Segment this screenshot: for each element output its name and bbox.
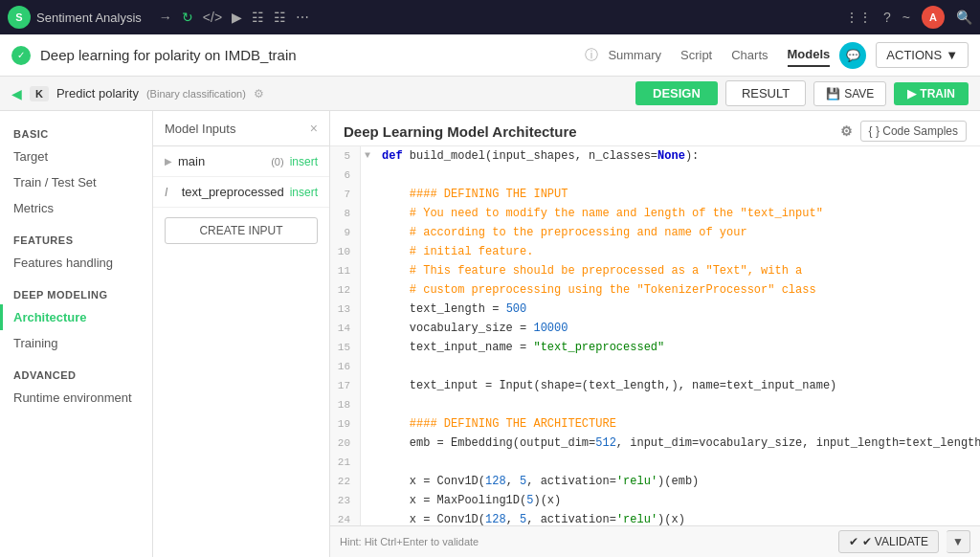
code-editor: Deep Learning Model Architecture ⚙ { } C… [330,111,980,557]
save-icon: 💾 [826,87,840,100]
comment-button[interactable]: 💬 [839,42,866,69]
info-icon[interactable]: ⓘ [585,47,598,64]
second-bar-tabs: Summary Script Charts Models [608,43,830,67]
model-inputs-panel: Model Inputs × ▶ main (0) insert I text_… [153,111,330,557]
actions-button[interactable]: ACTIONS ▼ [876,42,969,68]
actions-label: ACTIONS [886,48,942,62]
help-icon[interactable]: ? [883,10,891,25]
code-line-10: 10 # initial feature. [330,242,980,261]
k-badge: K [30,86,49,101]
section-title-deep-modeling: DEEP MODELING [0,283,152,304]
validate-label: ✔ VALIDATE [862,535,929,548]
code-line-15: 15 text_input_name = "text_preprocessed" [330,338,980,357]
code-line-11: 11 # This feature should be preprocessed… [330,261,980,280]
code-bottom-bar: Hint: Hit Ctrl+Enter to validate ✔ ✔ VAL… [330,525,980,557]
model-inputs-title: Model Inputs [165,122,235,136]
app-name: Sentiment Analysis [36,11,142,25]
sidebar-item-target[interactable]: Target [0,144,152,169]
validate-dropdown-button[interactable]: ▼ [947,530,970,553]
code-line-12: 12 # custom preprocessing using the "Tok… [330,280,980,300]
sidebar: BASIC Target Train / Test Set Metrics FE… [0,111,153,557]
sidebar-item-runtime[interactable]: Runtime environment [0,385,152,411]
code-line-23: 23 x = MaxPooling1D(5)(x) [330,491,980,510]
sidebar-item-training[interactable]: Training [0,330,152,356]
train-label: TRAIN [920,87,955,100]
code-line-8: 8 # You need to modify the name and leng… [330,204,980,223]
project-title: Deep learning for polarity on IMDB_train [40,47,575,63]
sidebar-item-train-test[interactable]: Train / Test Set [0,169,152,195]
code-line-20: 20 emb = Embedding(output_dim=512, input… [330,434,980,453]
main-content: BASIC Target Train / Test Set Metrics FE… [0,111,980,557]
back-icon[interactable]: ◀ [11,86,22,101]
editor-title: Deep Learning Model Architecture [344,123,577,140]
design-button[interactable]: DESIGN [635,81,718,105]
code-line-16: 16 [330,357,980,376]
sidebar-item-architecture[interactable]: Architecture [0,304,152,330]
flow-icon[interactable]: → [159,10,172,25]
section-title-features: FEATURES [0,229,152,250]
apps-icon[interactable]: ⋮⋮ [845,10,872,25]
flow-icon-second: ✓ [11,46,31,65]
app-icon: S [8,6,31,29]
sidebar-section-deep-modeling: DEEP MODELING Architecture Training [0,283,152,356]
model-input-text: I text_preprocessed insert [153,177,329,208]
train-button[interactable]: ▶ TRAIN [894,82,969,105]
code-line-21: 21 [330,453,980,472]
main-insert-button[interactable]: insert [290,155,318,168]
italic-icon: I [165,186,176,199]
create-input-button[interactable]: CREATE INPUT [165,217,318,244]
code-line-14: 14 vocabulary_size = 10000 [330,319,980,338]
report-icon[interactable]: ☷ [252,10,264,25]
text-insert-button[interactable]: insert [290,186,318,199]
model-inputs-header: Model Inputs × [153,111,329,146]
predict-label: Predict polarity [56,86,139,100]
tab-models[interactable]: Models [788,43,831,67]
validate-button[interactable]: ✔ ✔ VALIDATE [838,530,940,553]
sidebar-item-metrics[interactable]: Metrics [0,195,152,221]
avatar[interactable]: A [922,6,945,29]
sidebar-section-features: FEATURES Features handling [0,229,152,276]
third-bar: ◀ K Predict polarity (Binary classificat… [0,77,980,111]
model-input-main: ▶ main (0) insert [153,146,329,177]
save-label: SAVE [844,87,874,100]
code-line-18: 18 [330,395,980,414]
top-nav: S Sentiment Analysis → ↻ </> ▶ ☷ ☷ ⋯ ⋮⋮ … [0,0,980,34]
code-line-5: 5 ▼ def build_model(input_shapes, n_clas… [330,146,980,166]
search-icon[interactable]: 🔍 [956,10,972,25]
tab-charts[interactable]: Charts [731,44,768,66]
text-input-label: text_preprocessed [182,185,284,199]
grid-icon[interactable]: ☷ [274,10,286,25]
actions-chevron: ▼ [946,48,958,62]
more-icon[interactable]: ⋯ [296,10,309,25]
settings-icon[interactable]: ⚙ [254,87,264,100]
section-title-basic: BASIC [0,123,152,144]
top-nav-icons: → ↻ </> ▶ ☷ ☷ ⋯ [159,10,309,25]
code-line-24: 24 x = Conv1D(128, 5, activation='relu')… [330,510,980,525]
refresh-icon[interactable]: ↻ [182,10,193,25]
result-button[interactable]: RESULT [725,80,806,106]
main-input-sub: (0) [271,156,283,167]
tab-script[interactable]: Script [680,44,712,66]
hint-text: Hint: Hit Ctrl+Enter to validate [340,536,831,547]
expand-icon[interactable]: ▶ [165,156,172,167]
code-icon[interactable]: </> [203,10,222,25]
code-line-22: 22 x = Conv1D(128, 5, activation='relu')… [330,472,980,491]
code-area[interactable]: 5 ▼ def build_model(input_shapes, n_clas… [330,146,980,525]
sidebar-item-features-handling[interactable]: Features handling [0,250,152,276]
code-line-9: 9 # according to the preprocessing and n… [330,223,980,242]
second-bar: ✓ Deep learning for polarity on IMDB_tra… [0,34,980,77]
code-line-19: 19 #### DEFINING THE ARCHITECTURE [330,414,980,434]
sidebar-section-basic: BASIC Target Train / Test Set Metrics [0,123,152,221]
close-icon[interactable]: × [310,121,318,136]
save-button[interactable]: 💾 SAVE [813,81,886,106]
main-input-label: main [178,154,265,168]
play-icon[interactable]: ▶ [232,10,242,25]
code-samples-button[interactable]: { } Code Samples [860,121,967,142]
predict-sub: (Binary classification) [146,88,246,100]
train-play-icon: ▶ [907,87,916,100]
code-line-17: 17 text_input = Input(shape=(text_length… [330,376,980,395]
analytics-icon[interactable]: ~ [902,10,910,25]
code-line-6: 6 [330,166,980,185]
editor-gear-icon[interactable]: ⚙ [840,123,853,139]
tab-summary[interactable]: Summary [608,44,661,66]
